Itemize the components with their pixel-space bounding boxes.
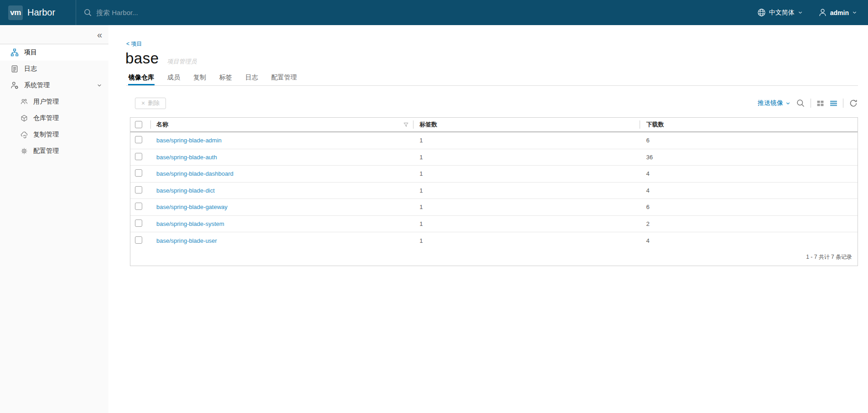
repo-name-cell: base/spring-blade-dict — [151, 187, 413, 194]
sidebar: « 项目 日志 系统管理 用户管理 仓库管理 复制管理 配置管理 — [0, 25, 108, 413]
repo-link[interactable]: base/spring-blade-dashboard — [156, 170, 233, 177]
column-header-label: 名称 — [156, 120, 168, 129]
column-header-label: 标签数 — [419, 120, 437, 129]
list-view-icon[interactable] — [830, 99, 837, 107]
select-all-cell — [130, 118, 151, 131]
app-header: vm Harbor 中文简体 admin — [0, 0, 868, 25]
collapse-sidebar-icon[interactable]: « — [97, 30, 102, 39]
product-name: Harbor — [27, 7, 55, 18]
select-all-checkbox[interactable] — [135, 121, 142, 128]
sidebar-item-logs[interactable]: 日志 — [0, 61, 108, 77]
close-icon: × — [141, 99, 145, 107]
user-menu[interactable]: admin — [818, 8, 857, 17]
table-row: base/spring-blade-auth 1 36 — [130, 149, 858, 166]
table-row: base/spring-blade-dict 1 4 — [130, 183, 858, 199]
row-select-cell — [130, 186, 151, 195]
language-label: 中文简体 — [769, 9, 795, 17]
sidebar-item-projects[interactable]: 项目 — [0, 44, 108, 61]
pull-count-cell: 4 — [640, 237, 858, 244]
main-content: < 项目 base 项目管理员 镜像仓库 成员 复制 标签 日志 配置管理 × … — [108, 25, 868, 413]
sidebar-item-label: 项目 — [24, 48, 37, 57]
table-row: base/spring-blade-system 1 2 — [130, 216, 858, 233]
back-arrow-icon: < — [126, 41, 129, 47]
delete-button[interactable]: × 删除 — [135, 98, 166, 109]
card-view-icon[interactable] — [816, 99, 824, 107]
column-header-name[interactable]: 名称 — [151, 118, 413, 131]
header-divider — [76, 0, 76, 25]
column-header-tags[interactable]: 标签数 — [413, 118, 640, 131]
filter-icon[interactable] — [403, 122, 409, 128]
refresh-icon[interactable] — [849, 99, 858, 108]
repo-link[interactable]: base/spring-blade-gateway — [156, 204, 227, 210]
repo-link[interactable]: base/spring-blade-admin — [156, 137, 222, 144]
push-image-label: 推送镜像 — [758, 99, 783, 107]
breadcrumb-projects-link[interactable]: < 项目 — [126, 40, 142, 48]
toolbar-divider — [811, 99, 811, 108]
tab-configuration[interactable]: 配置管理 — [271, 72, 297, 85]
row-checkbox[interactable] — [135, 220, 142, 227]
sidebar-item-label: 仓库管理 — [33, 114, 59, 122]
repo-link[interactable]: base/spring-blade-system — [156, 220, 224, 227]
sidebar-item-replication-management[interactable]: 复制管理 — [0, 126, 108, 143]
cloud-sync-icon — [21, 131, 28, 138]
sidebar-item-configuration[interactable]: 配置管理 — [0, 143, 108, 159]
pull-count-cell: 6 — [640, 204, 858, 210]
repo-name-cell: base/spring-blade-admin — [151, 137, 413, 144]
table-header-row: 名称 标签数 下载数 — [130, 118, 858, 132]
tag-count-cell: 1 — [413, 220, 640, 227]
row-checkbox[interactable] — [135, 153, 142, 160]
project-role-badge: 项目管理员 — [167, 58, 197, 66]
row-checkbox[interactable] — [135, 236, 142, 244]
record-count: 1 - 7 共计 7 条记录 — [806, 253, 852, 261]
table-row: base/spring-blade-gateway 1 6 — [130, 199, 858, 216]
tab-repositories[interactable]: 镜像仓库 — [128, 72, 155, 85]
table-footer: 1 - 7 共计 7 条记录 — [130, 249, 858, 266]
sidebar-item-label: 配置管理 — [33, 147, 59, 155]
vmware-logo: vm — [8, 5, 23, 20]
sidebar-item-label: 日志 — [24, 65, 37, 73]
chevron-down-icon — [785, 101, 790, 106]
tab-logs[interactable]: 日志 — [245, 72, 258, 85]
search-filter-icon[interactable] — [796, 99, 805, 108]
row-checkbox[interactable] — [135, 169, 142, 177]
tag-count-cell: 1 — [413, 137, 640, 144]
user-name: admin — [830, 9, 849, 16]
repo-link[interactable]: base/spring-blade-dict — [156, 187, 215, 194]
pull-count-cell: 6 — [640, 137, 858, 144]
sidebar-item-label: 复制管理 — [33, 131, 59, 139]
pull-count-cell: 4 — [640, 170, 858, 177]
language-menu[interactable]: 中文简体 — [757, 8, 803, 17]
repo-link[interactable]: base/spring-blade-auth — [156, 154, 217, 161]
chevron-down-icon — [798, 10, 803, 15]
row-select-cell — [130, 169, 151, 178]
pull-count-cell: 4 — [640, 187, 858, 194]
tab-members[interactable]: 成员 — [167, 72, 181, 85]
push-image-dropdown[interactable]: 推送镜像 — [758, 99, 790, 107]
table-row: base/spring-blade-admin 1 6 — [130, 132, 858, 149]
sidebar-item-registry-management[interactable]: 仓库管理 — [0, 110, 108, 126]
globe-icon — [757, 8, 766, 17]
repository-table: 名称 标签数 下载数 base/spring-blade-admin 1 6 b… — [130, 117, 858, 266]
row-select-cell — [130, 203, 151, 211]
sidebar-item-user-management[interactable]: 用户管理 — [0, 94, 108, 110]
organization-icon — [10, 48, 19, 57]
repo-name-cell: base/spring-blade-auth — [151, 154, 413, 161]
table-row: base/spring-blade-dashboard 1 4 — [130, 166, 858, 183]
breadcrumb-label: 项目 — [131, 41, 142, 47]
sidebar-item-label: 用户管理 — [33, 98, 59, 106]
repo-name-cell: base/spring-blade-user — [151, 237, 413, 244]
tab-replication[interactable]: 复制 — [193, 72, 207, 85]
chevron-down-icon — [852, 10, 857, 15]
administrator-icon — [10, 81, 19, 89]
row-checkbox[interactable] — [135, 203, 142, 210]
search-input[interactable] — [96, 9, 288, 16]
tab-labels[interactable]: 标签 — [219, 72, 232, 85]
sidebar-item-administration[interactable]: 系统管理 — [0, 77, 108, 94]
row-select-cell — [130, 136, 151, 145]
repo-link[interactable]: base/spring-blade-user — [156, 237, 217, 244]
column-header-pulls[interactable]: 下载数 — [640, 118, 858, 131]
row-select-cell — [130, 220, 151, 228]
row-checkbox[interactable] — [135, 186, 142, 193]
harbor-logo-link[interactable]: vm Harbor — [0, 5, 76, 20]
row-checkbox[interactable] — [135, 136, 142, 143]
